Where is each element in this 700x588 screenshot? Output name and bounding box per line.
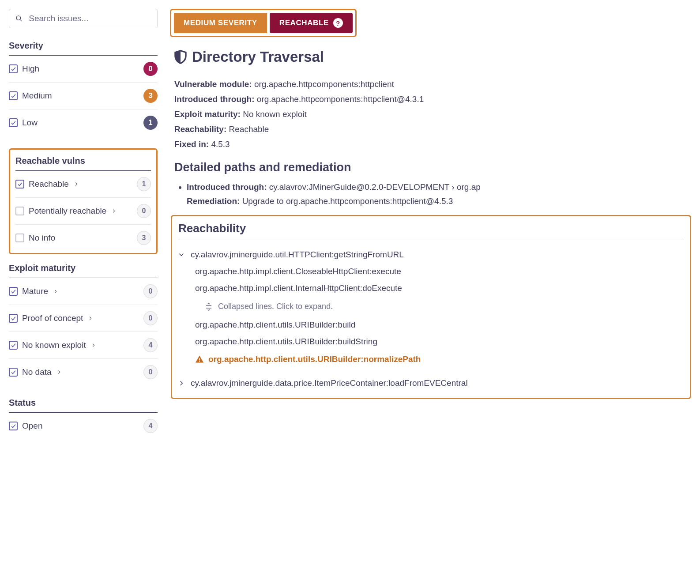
- checkbox[interactable]: [9, 422, 18, 430]
- trace-root-collapsed[interactable]: cy.alavrov.jminerguide.data.price.ItemPr…: [178, 375, 684, 392]
- filter-label: Potentially reachable: [29, 206, 106, 216]
- section-paths-title: Detailed paths and remediation: [170, 161, 691, 174]
- svg-rect-5: [199, 361, 200, 362]
- chevron-right-icon: [112, 209, 116, 213]
- checkbox[interactable]: [9, 91, 18, 100]
- count-badge: 1: [137, 177, 151, 191]
- filter-row-mature[interactable]: Mature 0: [9, 278, 158, 305]
- trace-warning-text: org.apache.http.client.utils.URIBuilder:…: [208, 354, 421, 364]
- meta-block: Vulnerable module: org.apache.httpcompon…: [170, 79, 691, 149]
- filter-exploit: Exploit maturity Mature 0 Proof of conce…: [9, 263, 158, 385]
- count-badge: 0: [137, 204, 151, 218]
- count-badge: 0: [143, 311, 158, 325]
- count-badge: 1: [143, 116, 158, 130]
- reachable-pill-label: REACHABLE: [279, 19, 329, 27]
- filter-row-no-known-exploit[interactable]: No known exploit 4: [9, 332, 158, 359]
- filter-row-medium[interactable]: Medium 3: [9, 83, 158, 109]
- filter-title-status: Status: [9, 398, 158, 413]
- reachable-pill: REACHABLE ?: [270, 13, 353, 33]
- pill-highlight: MEDIUM SEVERITY REACHABLE ?: [170, 9, 357, 37]
- filter-row-no-data[interactable]: No data 0: [9, 359, 158, 385]
- filter-label: High: [22, 64, 39, 74]
- search-box[interactable]: [9, 9, 158, 28]
- count-badge: 0: [143, 284, 158, 298]
- checkbox[interactable]: [9, 118, 18, 127]
- filter-title-severity: Severity: [9, 41, 158, 56]
- filter-row-potentially-reachable[interactable]: Potentially reachable 0: [15, 198, 151, 225]
- filter-title-exploit: Exploit maturity: [9, 263, 158, 278]
- checkbox[interactable]: [15, 234, 24, 242]
- filter-row-poc[interactable]: Proof of concept 0: [9, 305, 158, 332]
- chevron-down-icon: [178, 252, 184, 258]
- filter-label: Open: [22, 421, 42, 431]
- filter-row-open[interactable]: Open 4: [9, 413, 158, 439]
- trace-group-2: cy.alavrov.jminerguide.data.price.ItemPr…: [178, 375, 684, 392]
- warning-icon: [195, 355, 204, 364]
- filter-row-reachable[interactable]: Reachable 1: [15, 171, 151, 198]
- trace-line: org.apache.http.impl.client.InternalHttp…: [178, 280, 684, 297]
- filter-title-reachable: Reachable vulns: [15, 156, 151, 171]
- filter-row-low[interactable]: Low 1: [9, 109, 158, 136]
- trace-root-expanded[interactable]: cy.alavrov.jminerguide.util.HTTPClient:g…: [178, 246, 684, 263]
- reachability-panel: Reachability cy.alavrov.jminerguide.util…: [171, 215, 691, 399]
- reachability-panel-title: Reachability: [178, 222, 684, 240]
- trace-line: org.apache.http.client.utils.URIBuilder:…: [178, 317, 684, 333]
- filter-label: Proof of concept: [22, 313, 83, 323]
- filter-row-no-info[interactable]: No info 3: [15, 225, 151, 251]
- meta-vulnerable-module: Vulnerable module: org.apache.httpcompon…: [174, 79, 691, 89]
- checkbox[interactable]: [15, 180, 24, 188]
- count-badge: 4: [143, 419, 158, 433]
- count-badge: 3: [143, 89, 158, 103]
- svg-line-1: [20, 19, 22, 21]
- svg-rect-4: [199, 358, 200, 361]
- search-input[interactable]: [29, 14, 151, 23]
- vulnerability-title-text: Directory Traversal: [192, 49, 324, 65]
- filter-label: No known exploit: [22, 340, 86, 350]
- path-list: Introduced through: cy.alavrov:JMinerGui…: [170, 182, 691, 206]
- filter-severity: Severity High 0 Medium 3 Low 1: [9, 41, 158, 136]
- count-badge: 0: [143, 365, 158, 379]
- filter-label: Reachable: [29, 179, 69, 189]
- count-badge: 0: [143, 62, 158, 76]
- count-badge: 4: [143, 338, 158, 352]
- checkbox[interactable]: [9, 287, 18, 296]
- meta-introduced: Introduced through: org.apache.httpcompo…: [174, 94, 691, 104]
- checkbox[interactable]: [9, 64, 18, 73]
- checkbox[interactable]: [9, 341, 18, 350]
- trace-warning-line: org.apache.http.client.utils.URIBuilder:…: [178, 350, 684, 369]
- shield-icon: [174, 50, 187, 64]
- meta-fixed: Fixed in: 4.5.3: [174, 139, 691, 149]
- filter-label: Low: [22, 118, 38, 128]
- main-panel: MEDIUM SEVERITY REACHABLE ? Directory Tr…: [170, 9, 691, 452]
- filter-reachable-highlight: Reachable vulns Reachable 1 Potentially …: [9, 148, 158, 254]
- path-item: Introduced through: cy.alavrov:JMinerGui…: [187, 182, 691, 206]
- chevron-right-icon: [178, 380, 184, 386]
- collapsed-lines-toggle[interactable]: Collapsed lines. Click to expand.: [178, 297, 684, 317]
- meta-reachability: Reachability: Reachable: [174, 124, 691, 134]
- chevron-right-icon: [91, 343, 96, 347]
- trace-line: cy.alavrov.jminerguide.data.price.ItemPr…: [191, 378, 468, 388]
- severity-pill: MEDIUM SEVERITY: [174, 13, 267, 33]
- help-icon[interactable]: ?: [333, 18, 343, 28]
- trace-group-1: cy.alavrov.jminerguide.util.HTTPClient:g…: [178, 246, 684, 369]
- filter-label: Mature: [22, 286, 48, 296]
- filter-label: Medium: [22, 91, 52, 101]
- filter-label: No data: [22, 367, 52, 377]
- chevron-right-icon: [57, 370, 61, 374]
- chevron-right-icon: [88, 316, 93, 320]
- checkbox[interactable]: [15, 207, 24, 215]
- filter-label: No info: [29, 233, 55, 243]
- trace-line: org.apache.http.impl.client.CloseableHtt…: [178, 263, 684, 280]
- search-icon: [15, 15, 23, 23]
- trace-line: org.apache.http.client.utils.URIBuilder:…: [178, 333, 684, 350]
- chevron-right-icon: [53, 289, 58, 294]
- expand-icon: [205, 303, 213, 311]
- sidebar: Severity High 0 Medium 3 Low 1 Reachable…: [9, 9, 170, 452]
- filter-status: Status Open 4: [9, 398, 158, 439]
- checkbox[interactable]: [9, 314, 18, 323]
- svg-point-0: [16, 16, 20, 20]
- vulnerability-title: Directory Traversal: [170, 49, 691, 65]
- checkbox[interactable]: [9, 368, 18, 377]
- count-badge: 3: [137, 231, 151, 245]
- filter-row-high[interactable]: High 0: [9, 56, 158, 83]
